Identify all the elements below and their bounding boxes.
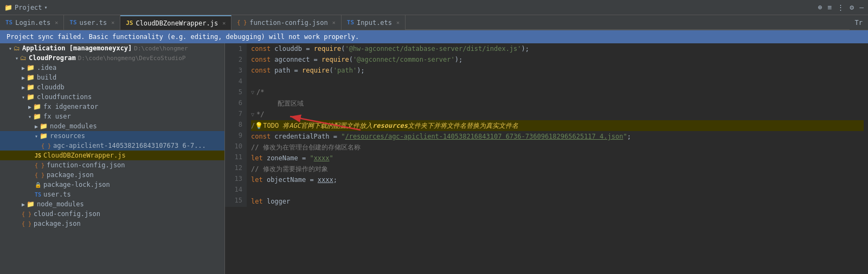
json-icon: { } <box>35 162 44 168</box>
code-line-7: ▽*/ <box>251 109 864 120</box>
chevron-right-icon: ▶ <box>35 123 38 129</box>
cloudfunctions-label: cloudfunctions <box>37 93 92 101</box>
tab-user[interactable]: TS user.ts ✕ <box>64 15 120 30</box>
folder-icon: 🗂 <box>20 54 27 62</box>
sidebar-item-idgenerator[interactable]: ▶ 📁 fx idgenerator <box>0 102 224 112</box>
sidebar-item-user-folder[interactable]: ▾ 📁 fx user <box>0 112 224 121</box>
sidebar-item-node-modules[interactable]: ▶ 📁 node_modules <box>0 121 224 131</box>
lock-icon: 🔒 <box>35 182 41 188</box>
tab-trailing: Tr <box>850 15 868 30</box>
app-path: D:\code\hongmer <box>134 45 188 52</box>
chevron-right-icon: ▶ <box>22 84 25 90</box>
project-icon: 📁 <box>4 4 12 11</box>
code-line-15: let logger <box>251 196 864 207</box>
sidebar-item-function-config[interactable]: { } function-config.json <box>0 160 224 170</box>
build-label: build <box>37 74 56 81</box>
sidebar-item-cloudfunctions[interactable]: ▾ 📁 cloudfunctions <box>0 92 224 102</box>
tab-user-close[interactable]: ✕ <box>111 19 114 25</box>
code-line-14 <box>251 185 864 196</box>
user-folder-label: fx user <box>43 113 71 120</box>
folder-icon: 🗂 <box>14 44 20 52</box>
folder-icon: 📁 <box>33 113 41 120</box>
cloud-config-label: cloud-config.json <box>34 210 100 218</box>
ts-icon: TS <box>35 192 41 198</box>
tab-input-label: Input.ets <box>357 19 392 27</box>
ts-icon: TS <box>5 19 12 26</box>
code-line-11: let zoneName = "xxxx" <box>251 153 864 164</box>
code-line-8: /💡TODO 将AGC官网下载的配置文件放入resources文件夹下并将文件名… <box>251 120 864 131</box>
tab-input[interactable]: TS Input.ets ✕ <box>342 15 406 30</box>
sidebar-item-user-ts[interactable]: TS user.ts <box>0 190 224 199</box>
toolbar-icons: ⊕ ≡ ⋮ ⚙ — <box>818 3 864 11</box>
tab-login-close[interactable]: ✕ <box>55 19 58 25</box>
code-line-4 <box>251 76 864 87</box>
sidebar-item-build[interactable]: ▶ 📁 build <box>0 73 224 82</box>
sidebar-item-clouddb[interactable]: ▶ 📁 clouddb <box>0 82 224 92</box>
tab-login-label: Login.ets <box>15 19 50 27</box>
sidebar-item-agc-file[interactable]: { } agc-apiclient-140538216843107673 6-7… <box>0 141 224 151</box>
folder-icon: 📁 <box>27 64 35 71</box>
sidebar-item-application[interactable]: ▾ 🗂 Application [managemoneyxcy] D:\code… <box>0 43 224 53</box>
sidebar-item-package-lock[interactable]: 🔒 package-lock.json <box>0 180 224 190</box>
code-line-13: let objectName = xxxx; <box>251 174 864 185</box>
json-icon: { } <box>237 19 247 25</box>
folder-icon: 📁 <box>27 83 35 91</box>
sidebar-item-clouddbzone[interactable]: JS CloudDBZoneWrapper.js <box>0 151 224 160</box>
code-line-10: // 修改为在管理台创建的存储区名称 <box>251 142 864 153</box>
tab-function-config[interactable]: { } function-config.json ✕ <box>232 15 342 30</box>
code-line-12: // 修改为需要操作的对象 <box>251 164 864 174</box>
tab-clouddb-close[interactable]: ✕ <box>222 20 226 26</box>
tab-function-config-close[interactable]: ✕ <box>332 19 336 25</box>
json-icon: { } <box>41 143 51 149</box>
user-ts-label: user.ts <box>43 191 71 198</box>
tab-user-label: user.ts <box>80 19 107 27</box>
clouddb-label: clouddb <box>37 83 65 91</box>
tab-login[interactable]: TS Login.ets ✕ <box>0 15 64 30</box>
folder-icon: 📁 <box>33 103 41 110</box>
idea-label: .idea <box>37 64 56 71</box>
new-file-icon[interactable]: ⊕ <box>818 3 822 11</box>
tab-input-close[interactable]: ✕ <box>396 19 400 25</box>
settings-icon[interactable]: ⚙ <box>850 3 854 11</box>
root-package-label: package.json <box>34 220 81 227</box>
chevron-icon: ▾ <box>22 94 25 100</box>
more-icon[interactable]: ⋮ <box>837 3 844 11</box>
chevron-right-icon: ▶ <box>22 75 25 81</box>
json-icon: { } <box>35 172 44 178</box>
code-line-6: 配置区域 <box>251 98 864 109</box>
sidebar-item-cloud-config[interactable]: { } cloud-config.json <box>0 209 224 219</box>
cloudprogram-label: CloudProgram <box>29 54 76 62</box>
function-config-label: function-config.json <box>47 161 125 169</box>
sidebar-item-idea[interactable]: ▶ 📁 .idea <box>0 63 224 73</box>
chevron-right-icon: ▶ <box>28 104 31 110</box>
js-icon: JS <box>35 153 41 159</box>
root-node-modules-label: node_modules <box>37 200 84 208</box>
chevron-down-icon[interactable]: ▾ <box>44 4 48 10</box>
json-icon: { } <box>22 211 31 217</box>
collapse-icon[interactable]: ≡ <box>828 3 832 11</box>
cloudprogram-path: D:\code\hongmeng\DevEcoStudioP <box>78 55 186 62</box>
ts-icon: TS <box>347 19 354 26</box>
main-layout: ▾ 🗂 Application [managemoneyxcy] D:\code… <box>0 43 868 274</box>
sidebar: ▾ 🗂 Application [managemoneyxcy] D:\code… <box>0 43 225 274</box>
package-lock-label: package-lock.json <box>43 181 110 188</box>
sidebar-item-package-json[interactable]: { } package.json <box>0 170 224 180</box>
sidebar-item-root-package[interactable]: { } package.json <box>0 219 224 229</box>
js-icon: JS <box>126 19 133 27</box>
package-json-label: package.json <box>47 171 94 179</box>
tab-clouddb[interactable]: JS CloudDBZoneWrapper.js ✕ <box>120 15 232 30</box>
code-content: const clouddb = require('@hw-agconnect/d… <box>247 43 868 207</box>
sidebar-item-cloudprogram[interactable]: ▾ 🗂 CloudProgram D:\code\hongmeng\DevEco… <box>0 53 224 63</box>
chevron-right-icon: ▶ <box>22 65 25 71</box>
code-view[interactable]: 1 2 3 4 5 6 7 8 9 10 11 12 13 14 15 <box>225 43 868 207</box>
sidebar-item-root-node-modules[interactable]: ▶ 📁 node_modules <box>0 199 224 209</box>
sidebar-item-resources[interactable]: ▾ 📁 resources <box>0 131 224 141</box>
tab-function-config-label: function-config.json <box>249 19 328 27</box>
folder-icon: 📁 <box>27 74 35 81</box>
chevron-icon: ▾ <box>35 133 38 139</box>
idgenerator-label: fx idgenerator <box>43 103 98 110</box>
tab-clouddb-label: CloudDBZoneWrapper.js <box>136 19 218 27</box>
code-line-2: const agconnect = require('@agconnect/co… <box>251 54 864 65</box>
minimize-icon[interactable]: — <box>859 3 864 11</box>
clouddbzone-label: CloudDBZoneWrapper.js <box>43 152 126 159</box>
